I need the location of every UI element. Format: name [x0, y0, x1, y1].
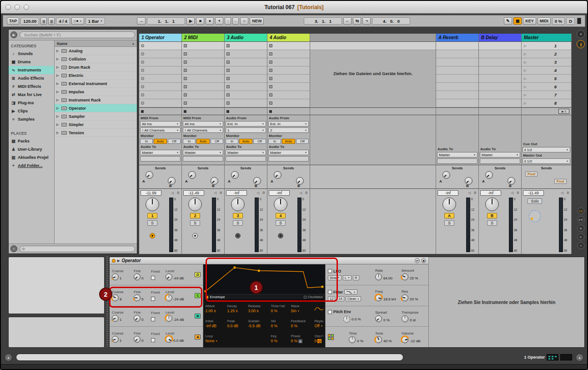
- monitor-auto-button[interactable]: Auto: [196, 139, 209, 144]
- filter-freq-knob[interactable]: [375, 294, 382, 301]
- monitor-auto-button[interactable]: Auto: [154, 139, 166, 144]
- coarse-knob[interactable]: [112, 315, 119, 322]
- clip-slot[interactable]: [225, 75, 267, 83]
- clip-slot[interactable]: [225, 66, 267, 75]
- oscillator-c-selector[interactable]: C: [195, 293, 201, 298]
- arm-button[interactable]: [150, 233, 155, 238]
- browser-item-drum-rack[interactable]: ▷Drum Rack: [55, 63, 137, 71]
- output-type-chooser[interactable]: Master▼: [268, 150, 309, 155]
- sidebar-item-add-folder[interactable]: +Add Folder...: [9, 162, 54, 170]
- param-feedback[interactable]: Feedback0 %: [291, 316, 314, 331]
- sidebar-item-aktuelles-projel[interactable]: ▥Aktuelles Projel: [9, 153, 54, 162]
- mixer-toggle-d[interactable]: D: [578, 233, 584, 240]
- stop-all-clips-button[interactable]: ▶≡: [558, 109, 569, 114]
- param-phase[interactable]: Phase0 %R: [291, 331, 314, 346]
- browser-item-simpler[interactable]: ▷Simpler: [55, 121, 137, 129]
- clip-slot[interactable]: [139, 42, 181, 50]
- send-a-knob[interactable]: [231, 171, 239, 179]
- browser-item-tension[interactable]: ▷Tension: [55, 129, 137, 137]
- panel-drag-handle[interactable]: [106, 257, 108, 348]
- stop-button[interactable]: ■: [196, 17, 204, 25]
- show-info-toggle[interactable]: ▲: [5, 354, 12, 361]
- clip-slot[interactable]: [182, 42, 224, 50]
- punch-in-button[interactable]: ⌐: [343, 17, 352, 25]
- track-volume-display[interactable]: -Inf: [269, 190, 290, 196]
- clip-slot[interactable]: [225, 50, 267, 58]
- coarse-knob[interactable]: [112, 336, 119, 343]
- clip-slot[interactable]: [139, 66, 181, 75]
- solo-button[interactable]: S: [147, 220, 157, 226]
- lfo-retrigger-button[interactable]: R: [353, 275, 359, 280]
- level-knob[interactable]: [166, 274, 172, 280]
- transpose-knob[interactable]: [402, 315, 408, 322]
- level-knob[interactable]: [166, 315, 172, 322]
- clip-slot[interactable]: [139, 75, 181, 83]
- send-a-knob[interactable]: [188, 171, 196, 179]
- clip-slot[interactable]: [139, 50, 181, 58]
- track-title[interactable]: B Delay: [479, 34, 521, 42]
- track-activator-button[interactable]: B: [487, 213, 497, 218]
- browser-item-impulse[interactable]: ▷Impulse: [55, 88, 137, 96]
- input-channel-chooser[interactable]: ||All Channels▼: [140, 127, 181, 133]
- solo-button[interactable]: S: [233, 220, 243, 226]
- solo-cue-button[interactable]: Solo: [528, 198, 542, 204]
- track-activator-button[interactable]: A: [444, 213, 454, 218]
- minimize-window-button[interactable]: [15, 5, 20, 10]
- filter-slope-24-button[interactable]: 24: [337, 296, 344, 301]
- clip-slot[interactable]: [267, 83, 310, 91]
- clip-slot[interactable]: [225, 99, 267, 107]
- lfo-range-button[interactable]: L▼: [343, 275, 352, 280]
- output-type-chooser[interactable]: Master▼: [480, 152, 520, 157]
- browser-item-electric[interactable]: ▷Electric: [55, 71, 137, 80]
- phase-nudge-down-button[interactable]: |||: [40, 17, 47, 25]
- filter-on-checkbox[interactable]: [328, 290, 332, 294]
- clip-stop-row[interactable]: [225, 107, 267, 115]
- param-vel[interactable]: Vel0 %: [271, 316, 291, 331]
- hot-swap-icon[interactable]: ⇄: [415, 258, 420, 263]
- preview-volume-knob[interactable]: [529, 210, 541, 222]
- search-input[interactable]: [20, 31, 135, 38]
- track-volume-display[interactable]: -11.99: [141, 190, 161, 196]
- browser-item-instrument-rack[interactable]: ▷Instrument Rack: [55, 96, 137, 104]
- send-b-pre-post-toggle[interactable]: Post: [554, 179, 567, 184]
- param-initial[interactable]: Initial-inf dB: [205, 316, 227, 331]
- input-channel-chooser[interactable]: 2▼: [268, 127, 309, 133]
- disclosure-triangle-icon[interactable]: ▷: [56, 123, 60, 127]
- filter-circuit-select[interactable]: Clean▼: [346, 296, 362, 301]
- track-title[interactable]: 2 MIDI: [182, 34, 224, 42]
- scene-slot[interactable]: ▷1: [522, 42, 571, 50]
- automation-arm-button[interactable]: ↑: [225, 17, 231, 25]
- monitor-in-button[interactable]: In: [140, 139, 153, 144]
- clip-slot[interactable]: [267, 42, 310, 50]
- clip-slot[interactable]: [225, 42, 267, 50]
- device-title-bar[interactable]: ▶ Operator ⇄ ◉: [110, 257, 428, 264]
- arm-button[interactable]: [235, 233, 241, 238]
- preview-toggle-icon[interactable]: ≈: [10, 245, 17, 252]
- sidebar-item-midi-effects[interactable]: #MIDI Effects: [9, 82, 54, 91]
- scene-slot[interactable]: ▷5: [522, 75, 571, 83]
- monitor-in-button[interactable]: In: [268, 139, 281, 144]
- badge-r[interactable]: R: [298, 339, 302, 343]
- clip-slot[interactable]: [182, 99, 224, 107]
- scene-launch-icon[interactable]: ▷: [524, 101, 526, 105]
- param-decay[interactable]: Decay1.25 s: [227, 301, 248, 316]
- phase-nudge-up-button[interactable]: |||: [48, 17, 55, 25]
- preview-tab[interactable]: ◎: [20, 246, 135, 252]
- track-title[interactable]: 1 Operator: [139, 34, 181, 42]
- param-loop[interactable]: LoopNone▼: [205, 331, 227, 346]
- sidebar-item-samples[interactable]: ≈Samples: [9, 115, 54, 123]
- clip-stop-row[interactable]: [139, 107, 181, 115]
- pitch-env-amount-knob[interactable]: [343, 316, 350, 323]
- metronome-button[interactable]: ○●▼: [71, 17, 84, 25]
- sidebar-item-sounds[interactable]: ♪Sounds: [9, 50, 54, 58]
- monitor-off-button[interactable]: Off: [168, 139, 181, 144]
- track-volume-display[interactable]: -Inf: [226, 190, 247, 196]
- scene-launch-icon[interactable]: ▷: [524, 69, 526, 72]
- disclosure-triangle-icon[interactable]: ▷: [56, 106, 60, 110]
- solo-button[interactable]: S: [444, 220, 454, 226]
- level-knob[interactable]: [166, 294, 172, 301]
- disclosure-triangle-icon[interactable]: ▷: [56, 131, 60, 135]
- browser-list-header[interactable]: Name▲: [55, 41, 137, 47]
- scene-launch-icon[interactable]: ▷: [524, 85, 526, 89]
- tempo-display[interactable]: 120.00: [20, 17, 39, 25]
